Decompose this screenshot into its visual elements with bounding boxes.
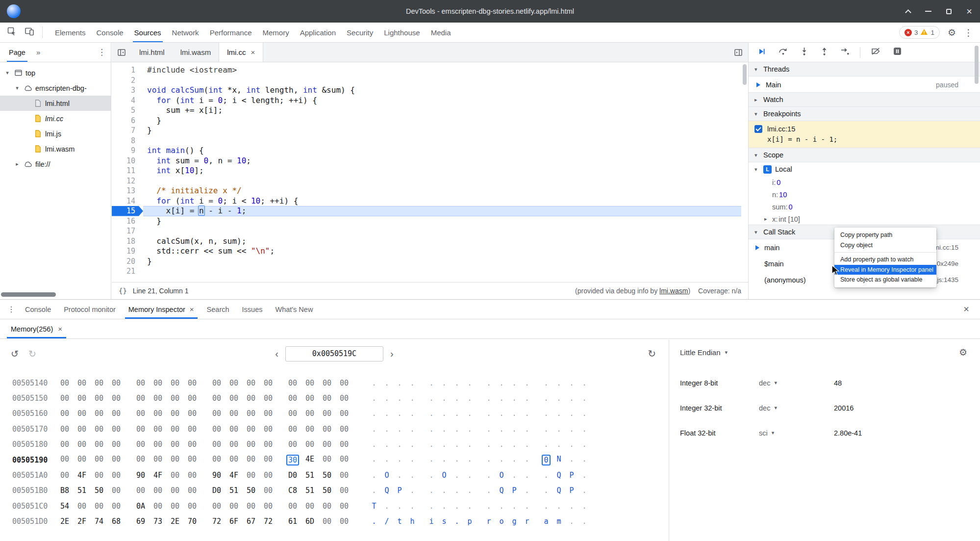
memory-ascii-char[interactable]: .: [380, 409, 393, 418]
memory-ascii-char[interactable]: .: [540, 409, 553, 418]
close-icon[interactable]: ×: [58, 325, 62, 333]
memory-ascii-char[interactable]: .: [451, 486, 463, 495]
memory-ascii-char[interactable]: .: [425, 394, 438, 403]
memory-byte[interactable]: 67: [247, 517, 264, 526]
memory-byte[interactable]: 00: [305, 502, 323, 511]
editor-scrollbar-thumb[interactable]: [743, 64, 747, 85]
selected-byte[interactable]: 30: [286, 455, 299, 465]
pause-on-exceptions-icon[interactable]: [893, 47, 902, 57]
gutter-line-4[interactable]: 4: [112, 96, 143, 106]
scope-var-sum[interactable]: sum: 0: [749, 201, 980, 213]
gutter-line-9[interactable]: 9: [112, 146, 143, 156]
memory-byte[interactable]: 00: [171, 394, 188, 403]
memory-byte[interactable]: 00: [247, 455, 264, 465]
memory-ascii-char[interactable]: .: [463, 394, 476, 403]
memory-ascii-char[interactable]: T: [368, 502, 380, 511]
tab-console[interactable]: Console: [91, 23, 129, 42]
memory-ascii-char[interactable]: .: [495, 379, 508, 387]
memory-ascii-char[interactable]: .: [540, 425, 553, 434]
close-drawer-icon[interactable]: ×: [963, 304, 969, 315]
memory-byte[interactable]: 00: [95, 440, 112, 449]
memory-ascii-char[interactable]: .: [553, 394, 565, 403]
code-line-3[interactable]: void calcSum(int *x, int length, int &su…: [143, 85, 741, 96]
memory-byte[interactable]: 90: [136, 471, 153, 480]
memory-byte[interactable]: 00: [323, 455, 340, 465]
memory-ascii-char[interactable]: .: [565, 409, 578, 418]
memory-ascii-char[interactable]: .: [521, 440, 533, 449]
memory-ascii-char[interactable]: .: [451, 394, 463, 403]
memory-byte[interactable]: 00: [60, 379, 77, 387]
memory-ascii-char[interactable]: .: [482, 409, 495, 418]
memory-ascii-char[interactable]: .: [425, 471, 438, 480]
memory-byte[interactable]: 00: [77, 425, 95, 434]
memory-ascii-char[interactable]: .: [463, 409, 476, 418]
memory-ascii-char[interactable]: .: [393, 409, 406, 418]
memory-byte[interactable]: D0: [288, 471, 305, 480]
memory-byte[interactable]: 00: [188, 455, 205, 465]
code-line-6[interactable]: }: [143, 116, 741, 126]
memory-ascii-char[interactable]: .: [578, 379, 591, 387]
memory-ascii-char[interactable]: .: [565, 502, 578, 511]
memory-byte[interactable]: 00: [247, 379, 264, 387]
memory-ascii-char[interactable]: .: [425, 502, 438, 511]
caret-right-icon[interactable]: ▸: [14, 161, 21, 167]
tree-item-lmi-wasm[interactable]: lmi.wasm: [0, 141, 111, 156]
menu-item-copy-object[interactable]: Copy object: [834, 240, 936, 251]
memory-byte[interactable]: 00: [171, 486, 188, 495]
memory-ascii-char[interactable]: .: [578, 502, 591, 511]
kebab-menu-icon[interactable]: ⋮: [964, 28, 973, 37]
memory-byte[interactable]: 61: [288, 517, 305, 526]
memory-byte[interactable]: 00: [340, 409, 357, 418]
memory-ascii-char[interactable]: .: [578, 517, 591, 526]
memory-byte[interactable]: 00: [153, 440, 171, 449]
tree-item-file[interactable]: ▸file://: [0, 156, 111, 172]
memory-byte[interactable]: 00: [264, 455, 281, 465]
memory-ascii-char[interactable]: .: [438, 394, 451, 403]
memory-byte[interactable]: 00: [212, 394, 229, 403]
memory-ascii-char[interactable]: .: [380, 455, 393, 465]
gutter-line-13[interactable]: 13: [112, 186, 143, 196]
gutter-line-7[interactable]: 7: [112, 126, 143, 136]
memory-ascii-char[interactable]: .: [438, 440, 451, 449]
tab-page[interactable]: Page: [5, 43, 29, 62]
gutter-line-15[interactable]: 15: [112, 206, 143, 216]
gutter-line-6[interactable]: 6: [112, 116, 143, 126]
memory-ascii-char[interactable]: .: [521, 502, 533, 511]
memory-ascii-char[interactable]: .: [482, 440, 495, 449]
memory-tab[interactable]: Memory(256) ×: [4, 319, 69, 338]
memory-byte[interactable]: 00: [340, 379, 357, 387]
debug-info-link[interactable]: lmi.wasm: [659, 287, 688, 295]
memory-byte[interactable]: 00: [323, 379, 340, 387]
memory-byte[interactable]: 00: [171, 425, 188, 434]
code-line-17[interactable]: [143, 226, 741, 236]
memory-ascii-char[interactable]: .: [451, 409, 463, 418]
memory-ascii-char[interactable]: p: [463, 517, 476, 526]
memory-byte[interactable]: 00: [229, 379, 247, 387]
memory-ascii-char[interactable]: r: [482, 517, 495, 526]
drawer-tab-protocol-monitor[interactable]: Protocol monitor: [57, 300, 122, 319]
minimize-icon[interactable]: [925, 11, 931, 12]
memory-ascii-char[interactable]: .: [540, 379, 553, 387]
tab-network[interactable]: Network: [167, 23, 204, 42]
gutter-line-14[interactable]: 14: [112, 196, 143, 206]
memory-ascii-char[interactable]: .: [508, 394, 521, 403]
memory-byte[interactable]: 00: [188, 502, 205, 511]
code-line-21[interactable]: [143, 266, 741, 277]
memory-ascii-char[interactable]: .: [438, 486, 451, 495]
memory-byte[interactable]: 00: [340, 471, 357, 480]
memory-byte[interactable]: 00: [340, 502, 357, 511]
memory-byte[interactable]: 00: [305, 379, 323, 387]
memory-byte[interactable]: 00: [60, 455, 77, 465]
memory-byte[interactable]: 00: [264, 379, 281, 387]
memory-ascii-char[interactable]: .: [406, 394, 419, 403]
memory-byte[interactable]: 00: [288, 409, 305, 418]
threads-section-header[interactable]: ▾ Threads: [749, 62, 980, 77]
gutter-line-10[interactable]: 10: [112, 156, 143, 166]
breakpoints-section-header[interactable]: ▾ Breakpoints: [749, 106, 980, 121]
tab-sources[interactable]: Sources: [129, 23, 167, 42]
editor-vertical-scrollbar[interactable]: [741, 62, 748, 282]
memory-ascii-char[interactable]: .: [540, 502, 553, 511]
code-line-15[interactable]: x[i] = n - i - 1;: [143, 206, 741, 216]
memory-byte[interactable]: 00: [77, 440, 95, 449]
memory-ascii-char[interactable]: g: [508, 517, 521, 526]
